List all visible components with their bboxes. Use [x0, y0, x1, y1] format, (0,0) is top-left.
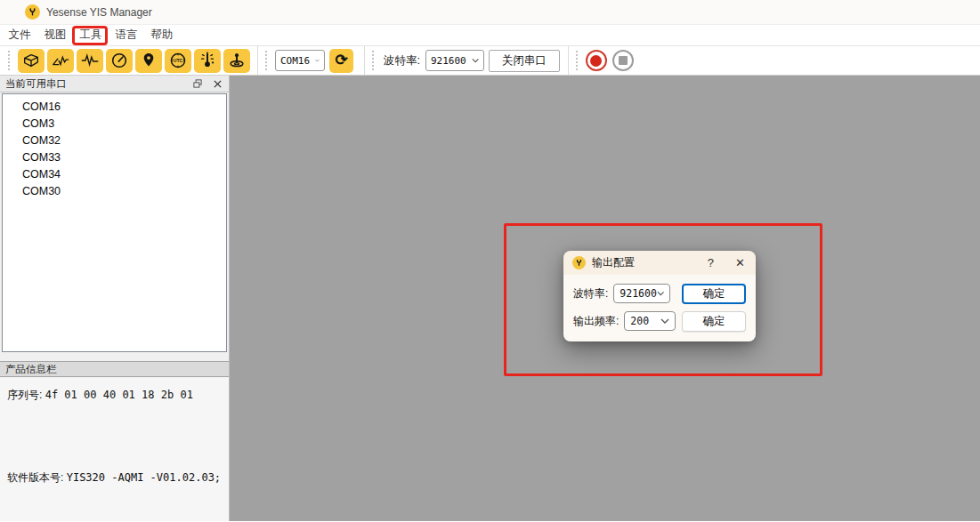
port-select[interactable]: COM16 [275, 50, 325, 71]
menu-item-view[interactable]: 视图 [37, 28, 73, 43]
port-list-item[interactable]: COM33 [3, 149, 226, 166]
output-rate-ok-button[interactable]: 确定 [682, 311, 746, 332]
app-logo-icon [25, 4, 40, 20]
serial-number-value: 4f 01 00 40 01 18 2b 01 [45, 389, 193, 401]
software-version-value: YIS320 -AQMI -V01.02.03; [67, 471, 221, 484]
cube-3d-view-button[interactable] [18, 49, 45, 73]
toolbar-grip[interactable] [372, 51, 377, 70]
port-list-item[interactable]: COM32 [3, 133, 226, 149]
product-info-title: 产品信息栏 [5, 363, 57, 376]
dialog-output-rate-value: 200 [630, 315, 649, 327]
refresh-ports-button[interactable]: ⟳ [329, 49, 353, 73]
utc-clock-button[interactable]: UTC [165, 49, 191, 73]
ports-panel-header: 当前可用串口 [0, 76, 229, 92]
software-version-label: 软件版本号: [7, 471, 63, 484]
dialog-help-button[interactable]: ? [702, 256, 719, 269]
angle-wave-button[interactable] [47, 49, 74, 73]
close-panel-icon[interactable] [212, 78, 223, 90]
chevron-down-icon [315, 58, 320, 63]
stop-icon [619, 56, 628, 65]
port-list-item[interactable]: COM34 [3, 166, 226, 183]
waveform-button[interactable] [77, 49, 103, 73]
toolbar-separator [568, 46, 569, 75]
stop-button[interactable] [612, 50, 634, 71]
baud-rate-label: 波特率: [384, 53, 420, 68]
dialog-baud-label: 波特率: [573, 286, 608, 301]
serial-number-label: 序列号: [7, 389, 42, 401]
window-title: Yesense YIS Manager [46, 6, 152, 19]
toolbar-grip[interactable] [8, 51, 12, 70]
chevron-down-icon [660, 318, 669, 324]
product-info-header: 产品信息栏 [0, 361, 229, 377]
plumb-level-button[interactable] [223, 49, 250, 73]
toolbar: UTC COM16 ⟳ 波特率: 921600 关闭串口 [0, 46, 980, 76]
dialog-baud-select[interactable]: 921600 [613, 284, 670, 303]
baud-rate-row: 波特率: 921600 确定 [573, 283, 746, 304]
toolbar-separator [257, 46, 258, 75]
float-panel-icon[interactable] [191, 78, 203, 90]
window-titlebar: Yesense YIS Manager [0, 0, 980, 25]
port-list-item[interactable]: COM30 [3, 183, 226, 200]
close-serial-port-button[interactable]: 关闭串口 [489, 50, 560, 72]
available-ports-list: COM16 COM3 COM32 COM33 COM34 COM30 [2, 93, 227, 352]
dialog-baud-value: 921600 [620, 287, 657, 300]
svg-text:UTC: UTC [174, 58, 183, 63]
output-config-dialog: 输出配置 ? ✕ 波特率: 921600 确定 输出频率: 200 [563, 251, 756, 341]
dialog-titlebar[interactable]: 输出配置 ? ✕ [563, 251, 756, 275]
chevron-down-icon [657, 291, 664, 296]
refresh-icon: ⟳ [335, 52, 347, 68]
workspace: 输出配置 ? ✕ 波特率: 921600 确定 输出频率: 200 [230, 76, 980, 521]
menu-item-file[interactable]: 文件 [2, 28, 37, 43]
dialog-logo-icon [572, 256, 586, 269]
serial-number-line: 序列号: 4f 01 00 40 01 18 2b 01 [7, 388, 193, 403]
dialog-title: 输出配置 [592, 255, 635, 270]
port-list-item[interactable]: COM3 [3, 116, 226, 133]
record-button[interactable] [586, 50, 607, 71]
software-version-line: 软件版本号: YIS320 -AQMI -V01.02.03; [7, 470, 221, 486]
menu-item-language[interactable]: 语言 [109, 28, 144, 43]
toolbar-grip[interactable] [265, 51, 270, 70]
dialog-close-button[interactable]: ✕ [733, 256, 747, 269]
port-select-value: COM16 [280, 55, 310, 67]
dialog-output-rate-label: 输出频率: [573, 314, 619, 329]
toolbar-grip[interactable] [576, 51, 580, 70]
baud-select[interactable]: 921600 [425, 50, 484, 71]
location-pin-button[interactable] [135, 49, 162, 73]
dialog-body: 波特率: 921600 确定 输出频率: 200 确定 [563, 275, 756, 341]
port-list-item[interactable]: COM16 [3, 99, 226, 116]
record-icon [590, 55, 602, 67]
left-dock-panel: 当前可用串口 COM16 COM3 COM32 COM33 COM34 COM3… [0, 76, 230, 521]
menu-item-tools[interactable]: 工具 [73, 28, 109, 43]
dialog-output-rate-select[interactable]: 200 [624, 311, 676, 331]
menu-bar: 文件 视图 工具 语言 帮助 [0, 25, 980, 46]
thermometer-button[interactable] [194, 49, 221, 73]
toolbar-separator [364, 46, 365, 75]
gauge-button[interactable] [106, 49, 133, 73]
output-rate-row: 输出频率: 200 确定 [573, 310, 746, 332]
ports-panel-title: 当前可用串口 [5, 77, 67, 91]
baud-ok-button[interactable]: 确定 [682, 284, 746, 304]
main-area: 当前可用串口 COM16 COM3 COM32 COM33 COM34 COM3… [0, 76, 980, 521]
menu-item-help[interactable]: 帮助 [144, 28, 180, 43]
product-info-body: 序列号: 4f 01 00 40 01 18 2b 01 软件版本号: YIS3… [0, 378, 229, 521]
baud-select-value: 921600 [431, 55, 466, 67]
chevron-down-icon [472, 58, 479, 63]
